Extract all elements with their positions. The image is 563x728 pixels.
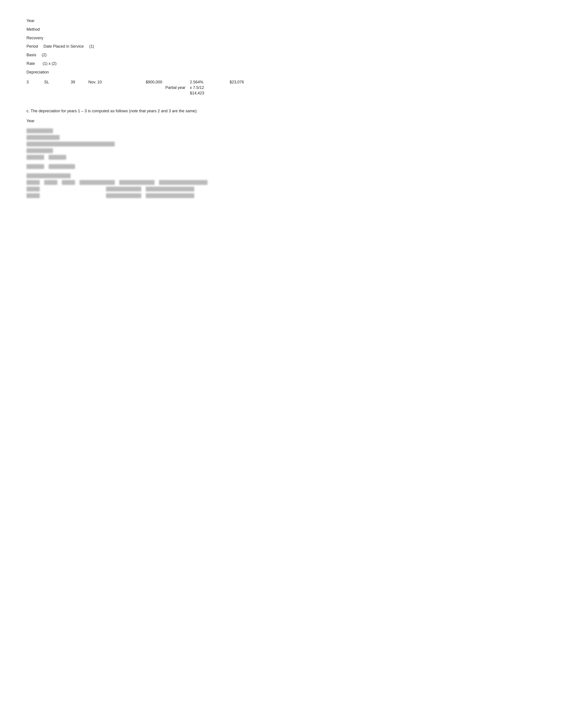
date-placed-label: Date Placed in Service bbox=[43, 43, 84, 50]
year-label-c: Year bbox=[26, 118, 34, 124]
recovery-label-row: Recovery bbox=[26, 35, 537, 41]
blurred-rate-row bbox=[26, 155, 537, 160]
year-label-row: Year bbox=[26, 18, 537, 24]
blurred-recovery-row bbox=[26, 135, 537, 140]
depreciation-label: Depreciation bbox=[26, 69, 49, 75]
year-label-c-row: Year bbox=[26, 118, 537, 124]
year-label: Year bbox=[26, 18, 34, 24]
period-label-row: Period Date Placed in Service (1) bbox=[26, 43, 537, 50]
row-date: Nov. 10 bbox=[88, 80, 146, 84]
blurred-table-row-3 bbox=[26, 193, 537, 198]
row-year: 3 bbox=[26, 80, 44, 84]
period-label: Period bbox=[26, 43, 38, 50]
total-row: $14,423 bbox=[26, 91, 537, 96]
blurred-rate2-row bbox=[26, 164, 537, 169]
row-rate: 2.564% bbox=[190, 80, 229, 84]
row-method: SL bbox=[44, 80, 71, 84]
rate-label: Rate bbox=[26, 60, 35, 67]
blurred-area bbox=[26, 128, 537, 198]
basis-label-row: Basis (2) bbox=[26, 52, 537, 58]
partial-label: Partial year bbox=[146, 85, 190, 90]
rate-note: (1) x (2) bbox=[43, 60, 56, 67]
partial-value: x 7.5/12 bbox=[190, 85, 229, 90]
blurred-basis-row bbox=[26, 148, 537, 153]
basis-label: Basis bbox=[26, 52, 36, 58]
blurred-table-row-2 bbox=[26, 187, 537, 191]
rate-label-row: Rate (1) x (2) bbox=[26, 60, 537, 67]
blurred-table-row-1 bbox=[26, 180, 537, 185]
blurred-period-row bbox=[26, 142, 537, 146]
method-label: Method bbox=[26, 26, 40, 33]
row-depreciation: $23,076 bbox=[229, 80, 274, 84]
partial-year-row: Partial year x 7.5/12 bbox=[26, 85, 537, 90]
table-row-1: 3 SL 39 Nov. 10 $900,000 2.564% $23,076 bbox=[26, 80, 537, 84]
row-period: 39 bbox=[71, 80, 88, 84]
blurred-method-row bbox=[26, 128, 537, 133]
section-c-intro: c. The depreciation for years 1 – 3 is c… bbox=[26, 109, 537, 113]
total-value: $14,423 bbox=[190, 91, 229, 96]
depreciation-label-row: Depreciation bbox=[26, 69, 537, 75]
method-label-row: Method bbox=[26, 26, 537, 33]
recovery-label: Recovery bbox=[26, 35, 43, 41]
row-basis: $900,000 bbox=[146, 80, 190, 84]
section-c: c. The depreciation for years 1 – 3 is c… bbox=[26, 109, 537, 198]
blurred-depreciation-row bbox=[26, 173, 537, 178]
section-a: Year Method Recovery Period Date Placed … bbox=[26, 18, 537, 96]
basis-note: (2) bbox=[42, 52, 47, 58]
date-note: (1) bbox=[89, 43, 94, 50]
